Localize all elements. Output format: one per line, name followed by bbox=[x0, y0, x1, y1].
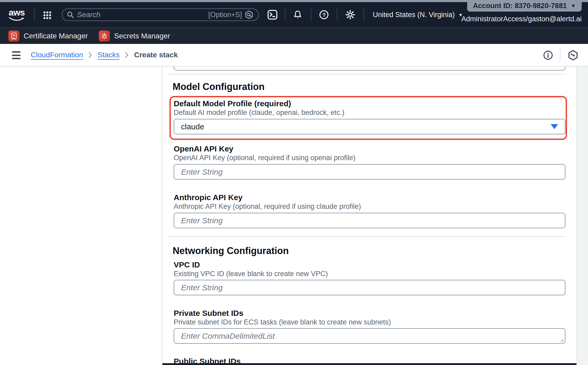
nav-divider bbox=[311, 9, 311, 21]
field-label-openai-key: OpenAI API Key bbox=[174, 144, 233, 153]
amazon-q-icon bbox=[245, 10, 254, 19]
openai-key-input[interactable] bbox=[174, 164, 565, 180]
aws-smile-icon bbox=[9, 17, 25, 22]
resize-grip-icon[interactable] bbox=[560, 338, 564, 342]
nav-divider bbox=[363, 9, 364, 21]
favorite-secrets-manager[interactable]: Secrets Manager bbox=[99, 31, 170, 42]
right-panel-strip bbox=[576, 67, 588, 365]
field-label-private-subnet-ids: Private Subnet IDs bbox=[174, 309, 243, 317]
cloudshell-icon[interactable] bbox=[266, 9, 278, 21]
amazon-q-panel-icon[interactable] bbox=[567, 49, 579, 61]
notifications-bell-icon[interactable] bbox=[292, 9, 303, 21]
secrets-manager-icon bbox=[99, 31, 110, 42]
breadcrumb: CloudFormation Stacks Create stack bbox=[31, 44, 178, 66]
section-divider bbox=[168, 236, 566, 237]
field-description-vpc-id: Existing VPC ID (leave blank to create n… bbox=[174, 270, 328, 278]
info-icon[interactable] bbox=[542, 49, 554, 61]
account-user-label: AdministratorAccess/gaston@alertd.ai bbox=[461, 15, 582, 23]
favorite-label: Certificate Manager bbox=[24, 32, 88, 40]
breadcrumb-link-cloudformation[interactable]: CloudFormation bbox=[31, 51, 83, 59]
model-profile-value: claude bbox=[181, 122, 204, 131]
settings-gear-icon[interactable] bbox=[344, 9, 356, 21]
breadcrumb-link-stacks[interactable]: Stacks bbox=[97, 51, 120, 59]
aws-logo[interactable]: aws bbox=[9, 8, 25, 22]
account-id-label: Account ID: 8370-9820-7881 bbox=[473, 2, 567, 10]
nav-divider bbox=[337, 9, 337, 21]
chevron-right-icon bbox=[88, 52, 92, 58]
nav-divider bbox=[285, 9, 285, 21]
nav-divider bbox=[34, 9, 35, 21]
hamburger-menu-icon[interactable] bbox=[12, 51, 20, 59]
search-placeholder: Search bbox=[77, 11, 100, 19]
field-label-anthropic-key: Anthropic API Key bbox=[174, 193, 243, 202]
favorites-bar: Certificate Manager Secrets Manager bbox=[0, 27, 588, 44]
question-mark-glyph: ? bbox=[322, 12, 326, 18]
favorite-certificate-manager[interactable]: Certificate Manager bbox=[8, 31, 88, 42]
form-field-partial[interactable] bbox=[174, 67, 565, 70]
private-subnet-ids-textarea[interactable] bbox=[174, 328, 565, 344]
field-description-model-profile: Default AI model profile (claude, openai… bbox=[174, 109, 344, 117]
apps-grid-icon[interactable] bbox=[42, 9, 53, 21]
field-label-public-subnet-ids: Public Subnet IDs bbox=[174, 357, 241, 365]
search-shortcut: [Option+S] bbox=[208, 11, 242, 19]
model-profile-select[interactable]: claude bbox=[174, 119, 565, 134]
chevron-down-icon: ▼ bbox=[571, 3, 576, 9]
anthropic-key-input[interactable] bbox=[174, 213, 565, 228]
chevron-right-icon bbox=[125, 52, 129, 58]
aws-console-screen: aws Search [Option+S] bbox=[0, 0, 588, 365]
field-description-anthropic-key: Anthropic API Key (optional, required if… bbox=[174, 203, 361, 211]
help-icon[interactable]: ? bbox=[318, 9, 330, 21]
select-dropdown-arrow-icon bbox=[551, 124, 558, 129]
field-label-model-profile: Default Model Profile (required) bbox=[174, 99, 291, 108]
section-title-model-configuration: Model Configuration bbox=[173, 82, 265, 92]
field-description-openai-key: OpenAI API Key (optional, required if us… bbox=[174, 154, 355, 162]
account-id-badge[interactable]: Account ID: 8370-9820-7881 ▼ bbox=[467, 0, 582, 12]
section-title-networking-configuration: Networking Configuration bbox=[173, 246, 289, 256]
aws-logo-text: aws bbox=[9, 7, 25, 17]
search-input[interactable]: Search [Option+S] bbox=[62, 8, 259, 21]
toolbar-divider bbox=[560, 49, 560, 62]
favorite-label: Secrets Manager bbox=[114, 32, 170, 40]
breadcrumb-bar: CloudFormation Stacks Create stack bbox=[0, 44, 588, 67]
left-sidebar bbox=[0, 67, 162, 365]
annotation-highlight-box: Default Model Profile (required) Default… bbox=[169, 96, 567, 140]
private-subnet-ids-field bbox=[174, 328, 565, 344]
region-label: United States (N. Virginia) bbox=[373, 11, 455, 19]
region-selector[interactable]: United States (N. Virginia) ▼ bbox=[373, 2, 463, 27]
field-description-private-subnet-ids: Private subnet IDs for ECS tasks (leave … bbox=[174, 318, 391, 326]
vpc-id-input[interactable] bbox=[174, 280, 565, 295]
field-label-vpc-id: VPC ID bbox=[174, 260, 200, 269]
search-icon bbox=[66, 11, 74, 19]
section-divider bbox=[168, 74, 566, 74]
certificate-manager-icon bbox=[8, 31, 19, 42]
breadcrumb-current: Create stack bbox=[134, 51, 178, 59]
